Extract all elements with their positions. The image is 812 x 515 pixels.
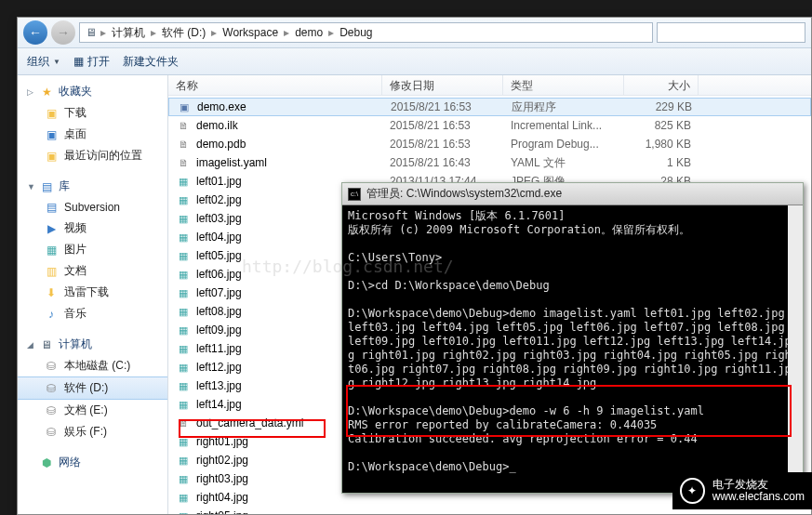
sidebar-item[interactable]: ▣下载 — [18, 102, 167, 124]
cmd-titlebar[interactable]: c:\ 管理员: C:\Windows\system32\cmd.exe — [342, 183, 803, 205]
sidebar-item[interactable]: ⛁本地磁盘 (C:) — [18, 355, 167, 376]
file-row[interactable]: 🗎demo.pdb 2015/8/21 16:53 Program Debug.… — [168, 135, 811, 153]
breadcrumb-item[interactable]: Workspace — [219, 24, 282, 41]
nav-back-button[interactable]: ← — [23, 20, 47, 45]
sidebar-item[interactable]: ▥文档 — [18, 260, 167, 282]
sidebar-item[interactable]: ♪音乐 — [18, 303, 167, 324]
sidebar-item[interactable]: ▣桌面 — [18, 124, 167, 145]
col-date[interactable]: 修改日期 — [382, 75, 503, 95]
site-logo: ✦ 电子发烧友www.elecfans.com — [672, 472, 812, 509]
sidebar-item[interactable]: ▶视频 — [18, 218, 167, 239]
sidebar-favorites[interactable]: ▷★收藏夹 — [18, 81, 167, 102]
open-button[interactable]: ▦ 打开 — [73, 54, 110, 70]
cmd-scrollbar[interactable] — [788, 205, 803, 493]
cmd-window: c:\ 管理员: C:\Windows\system32\cmd.exe Mic… — [341, 182, 804, 494]
breadcrumb-item[interactable]: 软件 (D:) — [158, 23, 209, 43]
sidebar-network[interactable]: ⬢网络 — [18, 452, 167, 473]
sidebar-item[interactable]: ⛁娱乐 (F:) — [18, 421, 167, 442]
breadcrumb-item[interactable]: 计算机 — [108, 23, 149, 43]
sidebar-libraries[interactable]: ▼▤库 — [18, 176, 167, 197]
organize-menu[interactable]: 组织 ▼ — [27, 54, 60, 70]
col-name[interactable]: 名称 — [168, 75, 382, 95]
sidebar-item[interactable]: ⬇迅雷下载 — [18, 282, 167, 303]
cmd-output[interactable]: Microsoft Windows [版本 6.1.7601] 版权所有 (c)… — [342, 205, 803, 493]
sidebar-item[interactable]: ▦图片 — [18, 239, 167, 260]
breadcrumb-item[interactable]: demo — [291, 24, 326, 41]
logo-icon: ✦ — [680, 478, 705, 504]
address-bar: ← → 🖥▸计算机▸软件 (D:)▸Workspace▸demo▸Debug — [18, 18, 811, 47]
cmd-title-text: 管理员: C:\Windows\system32\cmd.exe — [366, 186, 562, 202]
sidebar-computer[interactable]: ◢🖥计算机 — [18, 334, 167, 355]
sidebar-item[interactable]: ▤Subversion — [18, 197, 167, 218]
cmd-icon: c:\ — [348, 188, 361, 201]
col-type[interactable]: 类型 — [503, 75, 624, 95]
breadcrumb-item[interactable]: Debug — [336, 24, 376, 41]
file-row[interactable]: 🗎imagelist.yaml 2015/8/21 16:43 YAML 文件 … — [168, 153, 811, 172]
search-input[interactable] — [657, 22, 805, 43]
navigation-sidebar: ▷★收藏夹 ▣下载▣桌面▣最近访问的位置 ▼▤库 ▤Subversion▶视频▦… — [18, 75, 168, 514]
sidebar-item[interactable]: ⛁文档 (E:) — [18, 400, 167, 421]
breadcrumb[interactable]: 🖥▸计算机▸软件 (D:)▸Workspace▸demo▸Debug — [79, 22, 653, 43]
new-folder-button[interactable]: 新建文件夹 — [123, 54, 179, 70]
sidebar-item[interactable]: ⛁软件 (D:) — [18, 376, 167, 400]
sidebar-item[interactable]: ▣最近访问的位置 — [18, 145, 167, 166]
col-size[interactable]: 大小 — [624, 75, 699, 95]
file-row[interactable]: ▣demo.exe 2015/8/21 16:53 应用程序 229 KB — [168, 98, 811, 116]
nav-forward-button[interactable]: → — [51, 20, 75, 45]
file-row[interactable]: 🗎demo.ilk 2015/8/21 16:53 Incremental Li… — [168, 116, 811, 135]
column-headers[interactable]: 名称 修改日期 类型 大小 — [168, 75, 811, 96]
command-bar: 组织 ▼ ▦ 打开 新建文件夹 — [18, 47, 811, 75]
